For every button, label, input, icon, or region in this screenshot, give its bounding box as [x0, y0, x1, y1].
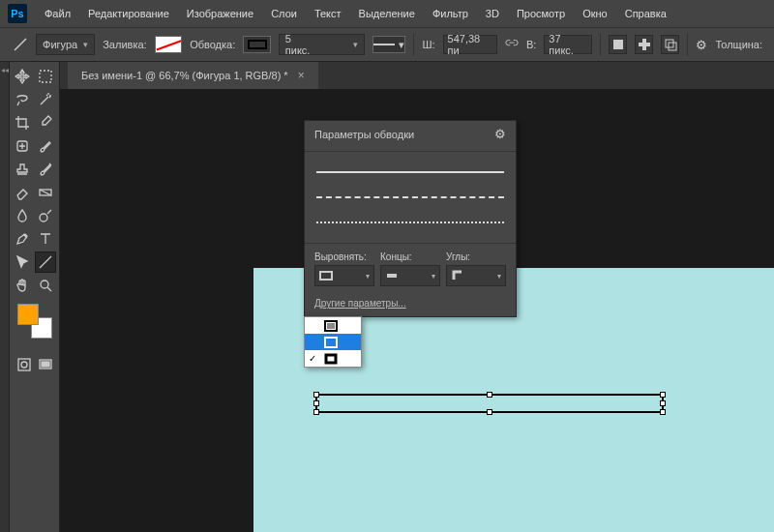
- menu-edit[interactable]: Редактирование: [80, 4, 177, 23]
- menu-image[interactable]: Изображение: [179, 4, 261, 23]
- menu-file[interactable]: Файл: [37, 4, 78, 23]
- divider: [413, 33, 414, 56]
- height-input[interactable]: 37 пикс.: [544, 35, 592, 54]
- stroke-type-dotted[interactable]: [316, 216, 504, 229]
- panel-collapse-strip[interactable]: ◂◂: [0, 62, 10, 532]
- menu-help[interactable]: Справка: [617, 4, 674, 23]
- thickness-label: Толщина:: [715, 39, 762, 50]
- document-tab[interactable]: Без имени-1 @ 66,7% (Фигура 1, RGB/8) * …: [68, 62, 318, 89]
- fill-swatch[interactable]: [155, 36, 183, 53]
- path-options-button[interactable]: [661, 35, 679, 54]
- stroke-swatch[interactable]: [243, 36, 271, 53]
- stroke-type-dashed[interactable]: [316, 191, 504, 204]
- svg-line-9: [40, 190, 51, 195]
- caps-dropdown[interactable]: ▾: [380, 265, 440, 286]
- align-dropdown-menu: ✓: [304, 316, 362, 368]
- svg-rect-5: [669, 43, 676, 50]
- path-align-button[interactable]: [609, 35, 627, 54]
- divider: [687, 33, 688, 56]
- width-input[interactable]: 547,38 пи: [443, 35, 497, 54]
- dodge-tool[interactable]: [35, 205, 56, 226]
- quickmask-button[interactable]: [15, 354, 33, 375]
- menu-3d[interactable]: 3D: [478, 4, 507, 23]
- check-icon: ✓: [309, 353, 318, 364]
- stroke-width-select[interactable]: 5 пикс.▾: [279, 34, 366, 55]
- resize-handle[interactable]: [313, 400, 319, 406]
- stamp-tool[interactable]: [12, 159, 33, 180]
- svg-rect-1: [613, 40, 623, 49]
- history-brush-tool[interactable]: [35, 159, 56, 180]
- svg-point-10: [40, 214, 47, 222]
- resize-handle[interactable]: [660, 409, 666, 415]
- zoom-tool[interactable]: [35, 275, 56, 296]
- resize-handle[interactable]: [660, 400, 666, 406]
- svg-rect-21: [325, 338, 337, 347]
- shape-rectangle[interactable]: [315, 394, 664, 413]
- options-bar: Фигура▾ Заливка: Обводка: 5 пикс.▾ ▾ Ш: …: [0, 27, 774, 62]
- eraser-tool[interactable]: [12, 182, 33, 203]
- marquee-tool[interactable]: [35, 66, 56, 87]
- lasso-tool[interactable]: [12, 89, 33, 110]
- no-fill-icon: [156, 37, 182, 52]
- move-tool[interactable]: [12, 66, 33, 87]
- divider: [600, 33, 601, 56]
- foreground-swatch[interactable]: [17, 304, 39, 325]
- stroke-type-solid[interactable]: [316, 165, 504, 179]
- chevron-down-icon: ▾: [83, 40, 88, 49]
- stroke-label: Обводка:: [190, 39, 235, 50]
- workspace: ◂◂ Без имени-1 @ 66,7% (Фигура 1, RGB/8)…: [0, 62, 774, 532]
- gear-icon[interactable]: ⚙: [696, 38, 707, 52]
- magic-wand-tool[interactable]: [35, 89, 56, 110]
- chevron-down-icon: ▾: [353, 40, 358, 49]
- resize-handle[interactable]: [487, 392, 492, 398]
- tools-panel: [10, 62, 60, 532]
- svg-rect-20: [327, 323, 335, 329]
- align-option-center[interactable]: [305, 334, 361, 350]
- corners-dropdown[interactable]: ▾: [446, 265, 506, 286]
- blur-tool[interactable]: [12, 205, 33, 226]
- tool-mode-select[interactable]: Фигура▾: [36, 34, 95, 55]
- close-icon[interactable]: ×: [298, 69, 305, 82]
- type-tool[interactable]: [35, 228, 56, 250]
- path-arrange-button[interactable]: [635, 35, 653, 54]
- eyedropper-tool[interactable]: [35, 112, 56, 133]
- resize-handle[interactable]: [313, 392, 319, 398]
- menu-filter[interactable]: Фильтр: [425, 4, 476, 23]
- line-tool-icon: [12, 36, 28, 53]
- svg-rect-3: [642, 39, 646, 50]
- resize-handle[interactable]: [487, 409, 492, 415]
- gear-icon[interactable]: ⚙: [494, 127, 506, 141]
- brush-tool[interactable]: [35, 135, 56, 157]
- height-label: В:: [526, 39, 536, 50]
- menu-text[interactable]: Текст: [307, 4, 349, 23]
- align-option-inside[interactable]: [305, 317, 361, 334]
- pen-tool[interactable]: [12, 228, 33, 250]
- heal-tool[interactable]: [12, 135, 33, 157]
- stroke-style-select[interactable]: ▾: [372, 36, 405, 53]
- resize-handle[interactable]: [313, 409, 319, 415]
- menubar: Ps Файл Редактирование Изображение Слои …: [0, 0, 774, 27]
- resize-handle[interactable]: [660, 392, 666, 398]
- link-icon[interactable]: [505, 37, 519, 52]
- document-tabbar: Без имени-1 @ 66,7% (Фигура 1, RGB/8) * …: [60, 62, 774, 89]
- path-select-tool[interactable]: [12, 251, 33, 273]
- screenmode-button[interactable]: [37, 354, 54, 375]
- align-option-outside[interactable]: ✓: [305, 350, 361, 367]
- chevron-down-icon: ▾: [497, 272, 501, 281]
- crop-tool[interactable]: [12, 112, 33, 133]
- more-options-link[interactable]: Другие параметры...: [305, 290, 516, 316]
- align-dropdown[interactable]: ▾: [314, 265, 374, 286]
- menu-view[interactable]: Просмотр: [509, 4, 573, 23]
- color-swatches[interactable]: [17, 304, 52, 339]
- stroke-options-popover: Параметры обводки⚙ Выровнять: ▾ Концы: ▾…: [304, 120, 517, 317]
- line-shape-tool[interactable]: [35, 251, 56, 273]
- app-root: Ps Файл Редактирование Изображение Слои …: [0, 0, 774, 532]
- menu-select[interactable]: Выделение: [351, 4, 423, 23]
- menu-window[interactable]: Окно: [575, 4, 615, 23]
- svg-rect-17: [320, 272, 332, 280]
- svg-rect-4: [666, 40, 673, 47]
- gradient-tool[interactable]: [35, 182, 56, 203]
- menu-layers[interactable]: Слои: [263, 4, 305, 23]
- hand-tool[interactable]: [12, 275, 33, 296]
- width-label: Ш:: [422, 39, 434, 50]
